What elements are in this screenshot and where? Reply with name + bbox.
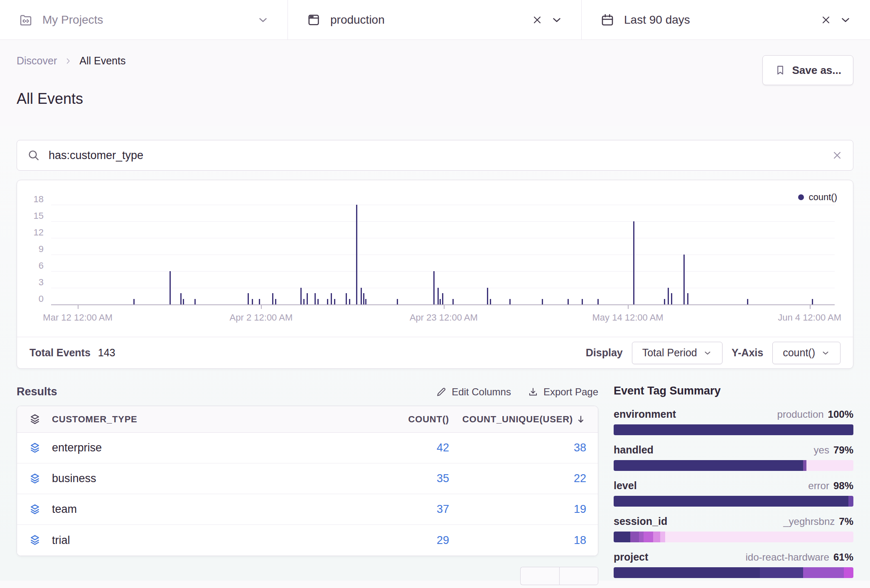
chart-bar[interactable] [668,288,669,304]
clear-environment-icon[interactable] [531,14,543,26]
export-page-button[interactable]: Export Page [528,386,598,398]
chart-bar[interactable] [356,205,357,304]
search-input[interactable]: has:customer_type [49,149,823,162]
chart-bar[interactable] [437,288,439,304]
previous-page-button[interactable] [520,567,559,585]
chart-bar[interactable] [248,293,249,304]
chart-bar[interactable] [272,293,273,304]
chart-bar[interactable] [346,293,347,304]
chart-bar[interactable] [433,271,435,304]
environment-selector[interactable]: production [288,0,582,39]
tag-bar-segment [614,532,630,542]
x-tick-label: Mar 12 12:00 AM [43,312,113,323]
chart-bar[interactable] [331,293,332,304]
chart-bar[interactable] [683,255,685,304]
column-customer-type[interactable]: CUSTOMER_TYPE [52,414,138,425]
cell-count[interactable]: 29 [437,534,449,547]
chart-bar[interactable] [183,299,184,304]
clear-daterange-icon[interactable] [820,14,832,26]
next-page-button[interactable] [559,567,598,585]
chart-bar[interactable] [509,299,511,304]
chart-bar[interactable] [180,293,182,304]
column-count-unique[interactable]: COUNT_UNIQUE(USER) [462,414,573,425]
chart-bar[interactable] [664,299,665,304]
chart-bar[interactable] [334,299,335,304]
tag-distribution-bar[interactable] [614,424,853,435]
chart-bar[interactable] [361,288,362,304]
chart-bar[interactable] [300,288,302,304]
chart-bar[interactable] [252,299,253,304]
chevron-down-icon [703,348,712,358]
chart-bar[interactable] [687,293,688,304]
chart-bar[interactable] [275,299,276,304]
chart-bar[interactable] [303,299,305,304]
chart-bar[interactable] [812,299,813,304]
chart-bar[interactable] [194,299,196,304]
chart-bar[interactable] [747,299,748,304]
cell-count-unique[interactable]: 19 [574,503,586,516]
project-selector[interactable]: My Projects [0,0,288,39]
tag-bar-segment [803,567,844,578]
daterange-selector[interactable]: Last 90 days [582,0,870,39]
chart-bar[interactable] [363,293,364,304]
tag-distribution-bar[interactable] [614,460,853,471]
results-heading: Results [17,385,57,398]
tag-bar-segment [844,567,853,578]
display-select[interactable]: Total Period [632,342,723,364]
chevron-down-icon[interactable] [839,14,852,26]
tag-name: project [614,551,648,563]
x-axis-line [51,304,835,305]
chart-bar[interactable] [597,299,599,304]
chart-bar[interactable] [542,299,543,304]
chart-bar[interactable] [349,299,350,304]
legend-dot-icon [798,194,804,200]
column-count[interactable]: COUNT() [408,414,449,425]
chart-bar[interactable] [633,221,634,304]
cell-customer-type: business [52,472,96,485]
search-clear-icon[interactable] [831,149,843,161]
chart-bar[interactable] [490,299,491,304]
chart-legend[interactable]: count() [798,192,837,203]
table-row: enterprise4238 [17,433,598,463]
breadcrumb-discover[interactable]: Discover [17,55,57,67]
save-as-button[interactable]: Save as... [762,55,853,85]
chart-bar[interactable] [671,293,672,304]
chevron-down-icon[interactable] [257,14,269,26]
yaxis-select[interactable]: count() [772,342,841,364]
sort-desc-icon[interactable] [575,414,586,425]
cell-count[interactable]: 35 [437,472,449,485]
chart-bar[interactable] [315,293,316,304]
chart-bar[interactable] [568,299,569,304]
chevron-down-icon[interactable] [551,14,563,26]
tag-distribution-bar[interactable] [614,532,853,542]
chart-bar[interactable] [307,293,308,304]
search-bar[interactable]: has:customer_type [17,140,853,171]
chart-bar[interactable] [327,299,328,304]
chart-bar[interactable] [442,293,443,304]
display-label: Display [586,347,623,359]
tag-top-value: error [808,480,829,492]
chart-bar[interactable] [170,271,171,304]
breadcrumb: Discover All Events [17,55,853,67]
cell-customer-type: enterprise [52,441,102,454]
chart-bar[interactable] [365,299,366,304]
chart-bar[interactable] [133,299,135,304]
cell-count-unique[interactable]: 18 [574,534,586,547]
edit-columns-button[interactable]: Edit Columns [436,386,511,398]
chart-bar[interactable] [440,299,441,304]
tag-distribution-bar[interactable] [614,496,853,507]
chart-bar[interactable] [582,299,583,304]
chart-bar[interactable] [397,299,398,304]
chart-bar[interactable] [259,299,260,304]
cell-count-unique[interactable]: 38 [574,441,586,454]
chart-bar[interactable] [452,299,454,304]
chart-bar[interactable] [317,299,319,304]
tag-bar-segment [614,496,848,507]
cell-count[interactable]: 42 [437,441,449,454]
tag-bar-segment [660,532,665,542]
y-tick-label: 18 [34,194,44,205]
cell-count[interactable]: 37 [437,503,449,516]
cell-count-unique[interactable]: 22 [574,472,586,485]
tag-distribution-bar[interactable] [614,567,853,578]
chart-bar[interactable] [487,288,488,304]
